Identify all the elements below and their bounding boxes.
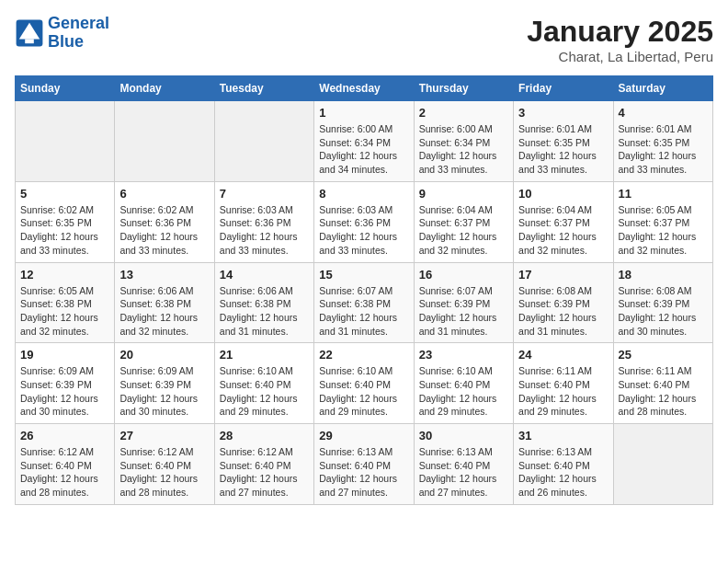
day-info: Sunrise: 6:13 AMSunset: 6:40 PMDaylight:… bbox=[518, 445, 608, 500]
day-number: 13 bbox=[119, 268, 209, 282]
calendar-subtitle: Charat, La Libertad, Peru bbox=[527, 49, 713, 64]
calendar-cell: 30Sunrise: 6:13 AMSunset: 6:40 PMDayligh… bbox=[414, 424, 513, 505]
day-info: Sunrise: 6:04 AMSunset: 6:37 PMDaylight:… bbox=[419, 203, 508, 258]
day-number: 14 bbox=[220, 268, 309, 282]
day-info: Sunrise: 6:11 AMSunset: 6:40 PMDaylight:… bbox=[518, 364, 608, 419]
calendar-cell: 6Sunrise: 6:02 AMSunset: 6:36 PMDaylight… bbox=[115, 181, 214, 262]
day-number: 4 bbox=[619, 106, 708, 120]
calendar-cell: 7Sunrise: 6:03 AMSunset: 6:36 PMDaylight… bbox=[214, 181, 313, 262]
logo-text: General Blue bbox=[48, 15, 109, 52]
header-sunday: Sunday bbox=[16, 76, 115, 101]
day-number: 22 bbox=[319, 348, 408, 362]
calendar-cell: 5Sunrise: 6:02 AMSunset: 6:35 PMDaylight… bbox=[16, 181, 115, 262]
calendar-cell: 25Sunrise: 6:11 AMSunset: 6:40 PMDayligh… bbox=[613, 343, 712, 424]
day-info: Sunrise: 6:06 AMSunset: 6:38 PMDaylight:… bbox=[119, 284, 209, 339]
calendar-cell: 13Sunrise: 6:06 AMSunset: 6:38 PMDayligh… bbox=[115, 262, 214, 343]
week-row-2: 5Sunrise: 6:02 AMSunset: 6:35 PMDaylight… bbox=[16, 181, 713, 262]
day-info: Sunrise: 6:01 AMSunset: 6:35 PMDaylight:… bbox=[518, 122, 608, 177]
day-number: 19 bbox=[20, 348, 109, 362]
day-info: Sunrise: 6:06 AMSunset: 6:38 PMDaylight:… bbox=[220, 284, 309, 339]
calendar-cell: 17Sunrise: 6:08 AMSunset: 6:39 PMDayligh… bbox=[514, 262, 613, 343]
logo-icon bbox=[15, 18, 44, 48]
day-info: Sunrise: 6:01 AMSunset: 6:35 PMDaylight:… bbox=[619, 122, 708, 177]
day-info: Sunrise: 6:10 AMSunset: 6:40 PMDaylight:… bbox=[419, 364, 508, 419]
calendar-cell bbox=[214, 101, 313, 182]
day-info: Sunrise: 6:05 AMSunset: 6:38 PMDaylight:… bbox=[20, 284, 109, 339]
day-info: Sunrise: 6:00 AMSunset: 6:34 PMDaylight:… bbox=[419, 122, 508, 177]
day-info: Sunrise: 6:10 AMSunset: 6:40 PMDaylight:… bbox=[319, 364, 408, 419]
day-number: 28 bbox=[220, 429, 309, 442]
calendar-cell: 4Sunrise: 6:01 AMSunset: 6:35 PMDaylight… bbox=[613, 101, 712, 182]
calendar-cell: 12Sunrise: 6:05 AMSunset: 6:38 PMDayligh… bbox=[16, 262, 115, 343]
calendar-cell: 27Sunrise: 6:12 AMSunset: 6:40 PMDayligh… bbox=[115, 424, 214, 505]
calendar-cell: 18Sunrise: 6:08 AMSunset: 6:39 PMDayligh… bbox=[613, 262, 712, 343]
header-thursday: Thursday bbox=[414, 76, 513, 101]
day-info: Sunrise: 6:09 AMSunset: 6:39 PMDaylight:… bbox=[119, 364, 209, 419]
calendar-cell: 22Sunrise: 6:10 AMSunset: 6:40 PMDayligh… bbox=[314, 343, 414, 424]
day-info: Sunrise: 6:12 AMSunset: 6:40 PMDaylight:… bbox=[119, 445, 209, 500]
header-tuesday: Tuesday bbox=[214, 76, 313, 101]
calendar-title: January 2025 bbox=[527, 15, 713, 49]
day-info: Sunrise: 6:08 AMSunset: 6:39 PMDaylight:… bbox=[518, 284, 608, 339]
day-info: Sunrise: 6:09 AMSunset: 6:39 PMDaylight:… bbox=[20, 364, 109, 419]
header-row: SundayMondayTuesdayWednesdayThursdayFrid… bbox=[16, 76, 713, 101]
day-number: 29 bbox=[319, 429, 408, 442]
calendar-cell: 21Sunrise: 6:10 AMSunset: 6:40 PMDayligh… bbox=[214, 343, 313, 424]
day-number: 1 bbox=[319, 106, 408, 120]
calendar-cell: 20Sunrise: 6:09 AMSunset: 6:39 PMDayligh… bbox=[115, 343, 214, 424]
day-info: Sunrise: 6:11 AMSunset: 6:40 PMDaylight:… bbox=[619, 364, 708, 419]
day-number: 27 bbox=[119, 429, 209, 442]
week-row-5: 26Sunrise: 6:12 AMSunset: 6:40 PMDayligh… bbox=[16, 424, 713, 505]
day-number: 12 bbox=[20, 268, 109, 282]
header-wednesday: Wednesday bbox=[314, 76, 414, 101]
page-header: General Blue January 2025 Charat, La Lib… bbox=[15, 15, 713, 64]
calendar-cell: 23Sunrise: 6:10 AMSunset: 6:40 PMDayligh… bbox=[414, 343, 513, 424]
day-number: 23 bbox=[419, 348, 508, 362]
day-number: 11 bbox=[619, 187, 708, 201]
calendar-cell: 9Sunrise: 6:04 AMSunset: 6:37 PMDaylight… bbox=[414, 181, 513, 262]
calendar-cell bbox=[16, 101, 115, 182]
day-number: 9 bbox=[419, 187, 508, 201]
logo: General Blue bbox=[15, 15, 109, 52]
day-number: 31 bbox=[518, 429, 608, 442]
header-saturday: Saturday bbox=[613, 76, 712, 101]
day-number: 15 bbox=[319, 268, 408, 282]
day-info: Sunrise: 6:02 AMSunset: 6:35 PMDaylight:… bbox=[20, 203, 109, 258]
day-info: Sunrise: 6:13 AMSunset: 6:40 PMDaylight:… bbox=[319, 445, 408, 500]
day-info: Sunrise: 6:10 AMSunset: 6:40 PMDaylight:… bbox=[220, 364, 309, 419]
day-number: 17 bbox=[518, 268, 608, 282]
header-monday: Monday bbox=[115, 76, 214, 101]
calendar-header: SundayMondayTuesdayWednesdayThursdayFrid… bbox=[16, 76, 713, 101]
calendar-cell: 26Sunrise: 6:12 AMSunset: 6:40 PMDayligh… bbox=[16, 424, 115, 505]
week-row-3: 12Sunrise: 6:05 AMSunset: 6:38 PMDayligh… bbox=[16, 262, 713, 343]
calendar-cell: 2Sunrise: 6:00 AMSunset: 6:34 PMDaylight… bbox=[414, 101, 513, 182]
calendar-cell: 28Sunrise: 6:12 AMSunset: 6:40 PMDayligh… bbox=[214, 424, 313, 505]
calendar-cell: 14Sunrise: 6:06 AMSunset: 6:38 PMDayligh… bbox=[214, 262, 313, 343]
day-info: Sunrise: 6:00 AMSunset: 6:34 PMDaylight:… bbox=[319, 122, 408, 177]
calendar-cell bbox=[613, 424, 712, 505]
day-info: Sunrise: 6:03 AMSunset: 6:36 PMDaylight:… bbox=[220, 203, 309, 258]
calendar-table: SundayMondayTuesdayWednesdayThursdayFrid… bbox=[15, 75, 713, 505]
week-row-1: 1Sunrise: 6:00 AMSunset: 6:34 PMDaylight… bbox=[16, 101, 713, 182]
day-number: 30 bbox=[419, 429, 508, 442]
day-number: 5 bbox=[20, 187, 109, 201]
day-info: Sunrise: 6:13 AMSunset: 6:40 PMDaylight:… bbox=[419, 445, 508, 500]
calendar-cell: 8Sunrise: 6:03 AMSunset: 6:36 PMDaylight… bbox=[314, 181, 414, 262]
week-row-4: 19Sunrise: 6:09 AMSunset: 6:39 PMDayligh… bbox=[16, 343, 713, 424]
header-friday: Friday bbox=[514, 76, 613, 101]
day-info: Sunrise: 6:07 AMSunset: 6:38 PMDaylight:… bbox=[319, 284, 408, 339]
calendar-cell: 24Sunrise: 6:11 AMSunset: 6:40 PMDayligh… bbox=[514, 343, 613, 424]
calendar-cell: 3Sunrise: 6:01 AMSunset: 6:35 PMDaylight… bbox=[514, 101, 613, 182]
day-number: 25 bbox=[619, 348, 708, 362]
calendar-cell: 11Sunrise: 6:05 AMSunset: 6:37 PMDayligh… bbox=[613, 181, 712, 262]
day-number: 20 bbox=[119, 348, 209, 362]
day-info: Sunrise: 6:03 AMSunset: 6:36 PMDaylight:… bbox=[319, 203, 408, 258]
day-number: 18 bbox=[619, 268, 708, 282]
day-info: Sunrise: 6:08 AMSunset: 6:39 PMDaylight:… bbox=[619, 284, 708, 339]
calendar-cell: 29Sunrise: 6:13 AMSunset: 6:40 PMDayligh… bbox=[314, 424, 414, 505]
calendar-cell: 16Sunrise: 6:07 AMSunset: 6:39 PMDayligh… bbox=[414, 262, 513, 343]
day-info: Sunrise: 6:02 AMSunset: 6:36 PMDaylight:… bbox=[119, 203, 209, 258]
day-number: 2 bbox=[419, 106, 508, 120]
calendar-cell: 1Sunrise: 6:00 AMSunset: 6:34 PMDaylight… bbox=[314, 101, 414, 182]
day-info: Sunrise: 6:07 AMSunset: 6:39 PMDaylight:… bbox=[419, 284, 508, 339]
